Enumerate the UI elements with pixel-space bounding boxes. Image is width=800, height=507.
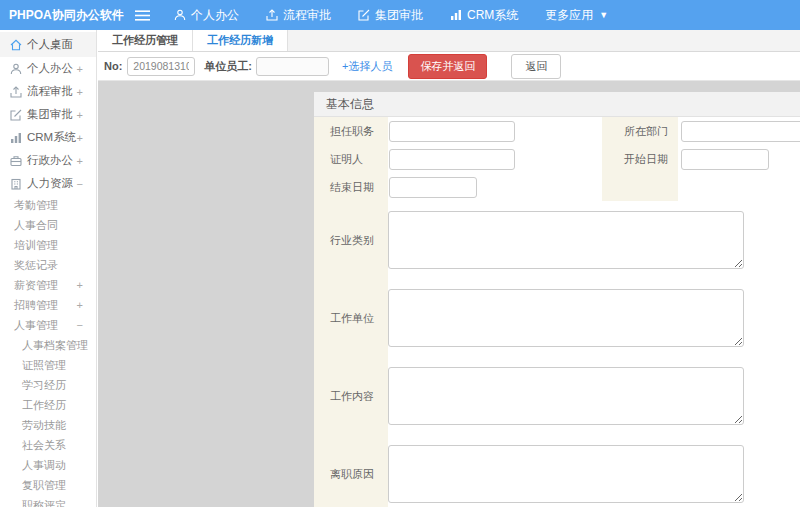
work-content-label: 工作内容 [314, 389, 388, 404]
expand-icon[interactable]: + [77, 132, 83, 144]
sidebar-item-label: 工作经历 [22, 398, 66, 413]
no-input[interactable] [127, 57, 195, 76]
home-icon [10, 39, 27, 51]
user-icon [10, 63, 27, 75]
form-panel: 基本信息 担任职务 所在部门 证明人 开始日期 结束日期 [314, 92, 800, 507]
app-logo[interactable]: PHPOA协同办公软件 [0, 7, 132, 24]
main-area: 工作经历管理 工作经历新增 No: 单位员工: +选择人员 保存并返回 返回 基… [98, 30, 800, 507]
work-content-textarea[interactable] [388, 367, 744, 425]
sidebar-item-attendance[interactable]: 考勤管理 [0, 195, 96, 215]
sidebar: 个人桌面 个人办公 + 流程审批 + 集团审批 + CRM系统 + 行政办公 + [0, 30, 97, 507]
expand-icon[interactable]: − [77, 319, 83, 331]
start-date-field[interactable] [681, 149, 769, 170]
save-and-return-button[interactable]: 保存并返回 [408, 54, 487, 79]
edit-icon [358, 9, 370, 21]
expand-icon[interactable]: + [77, 279, 83, 291]
employee-input[interactable] [256, 57, 329, 76]
expand-icon[interactable]: + [77, 86, 83, 98]
sidebar-item-label: 招聘管理 [14, 298, 58, 313]
sidebar-item-salary[interactable]: 薪资管理 + [0, 275, 96, 295]
sidebar-item-personnel-mgmt[interactable]: 人事管理 − [0, 315, 96, 335]
start-date-label: 开始日期 [602, 152, 678, 167]
expand-icon[interactable]: + [77, 155, 83, 167]
sidebar-item-label: 证照管理 [22, 358, 66, 373]
sidebar-item-label: 奖惩记录 [14, 258, 58, 273]
sidebar-item-group-approval[interactable]: 集团审批 + [0, 103, 96, 126]
expand-icon[interactable]: + [77, 109, 83, 121]
form-body: 担任职务 所在部门 证明人 开始日期 结束日期 [314, 117, 800, 507]
form-row: 工作单位 [314, 289, 800, 347]
no-label: No: [104, 60, 122, 72]
tab-work-history-new[interactable]: 工作经历新增 [193, 30, 288, 51]
sidebar-item-label: 人事档案管理 [22, 338, 88, 353]
expand-icon[interactable]: − [77, 178, 83, 190]
menu-toggle-icon[interactable] [132, 0, 152, 30]
nav-item-group-approval[interactable]: 集团审批 [358, 7, 423, 24]
nav-item-more-apps[interactable]: 更多应用 ▼ [545, 7, 608, 24]
flow-icon [266, 9, 278, 21]
end-date-field[interactable] [389, 177, 477, 198]
sidebar-item-certificate[interactable]: 证照管理 [0, 355, 96, 375]
edit-icon [10, 109, 27, 121]
user-icon [174, 9, 186, 21]
select-person-link[interactable]: +选择人员 [342, 59, 392, 74]
back-button[interactable]: 返回 [511, 54, 561, 79]
chart-icon [450, 9, 462, 21]
sidebar-item-label: 薪资管理 [14, 278, 58, 293]
sidebar-item-label: 人事调动 [22, 458, 66, 473]
leave-reason-label: 离职原因 [314, 467, 388, 482]
sidebar-item-work-history[interactable]: 工作经历 [0, 395, 96, 415]
sidebar-item-title-evaluation[interactable]: 职称评定 [0, 495, 96, 507]
sidebar-item-crm[interactable]: CRM系统 + [0, 126, 96, 149]
department-field[interactable] [681, 121, 800, 142]
sidebar-item-social-relation[interactable]: 社会关系 [0, 435, 96, 455]
sidebar-item-label: 学习经历 [22, 378, 66, 393]
form-row: 离职原因 [314, 445, 800, 503]
position-field[interactable] [389, 121, 515, 142]
sidebar-item-personal-desktop[interactable]: 个人桌面 [0, 32, 96, 57]
sidebar-item-label: 劳动技能 [22, 418, 66, 433]
expand-icon[interactable]: + [77, 299, 83, 311]
sidebar-item-labor-skill[interactable]: 劳动技能 [0, 415, 96, 435]
end-date-label: 结束日期 [314, 180, 388, 195]
nav-item-crm[interactable]: CRM系统 [450, 7, 518, 24]
chart-icon [10, 132, 27, 144]
sidebar-item-hr[interactable]: 人力资源 − [0, 172, 96, 195]
caret-down-icon: ▼ [599, 10, 608, 20]
sidebar-item-hr-contract[interactable]: 人事合同 [0, 215, 96, 235]
top-navbar: PHPOA协同办公软件 个人办公 流程审批 集团审批 CRM系统 更多应用 ▼ [0, 0, 800, 30]
expand-icon[interactable]: + [77, 63, 83, 75]
sidebar-item-label: 人事管理 [14, 318, 58, 333]
sidebar-item-reward-record[interactable]: 奖惩记录 [0, 255, 96, 275]
sidebar-item-personnel-archive[interactable]: 人事档案管理 [0, 335, 96, 355]
company-label: 工作单位 [314, 311, 388, 326]
content-area: 基本信息 担任职务 所在部门 证明人 开始日期 结束日期 [98, 81, 800, 507]
nav-item-label: 流程审批 [283, 7, 331, 24]
nav-item-label: 个人办公 [191, 7, 239, 24]
position-label: 担任职务 [314, 124, 388, 139]
sidebar-item-study-history[interactable]: 学习经历 [0, 375, 96, 395]
sidebar-item-label: 职称评定 [22, 498, 66, 507]
sidebar-item-label: 人事合同 [14, 218, 58, 233]
sidebar-item-training[interactable]: 培训管理 [0, 235, 96, 255]
sidebar-item-recruitment[interactable]: 招聘管理 + [0, 295, 96, 315]
sidebar-item-personnel-transfer[interactable]: 人事调动 [0, 455, 96, 475]
tab-work-history-manage[interactable]: 工作经历管理 [98, 30, 193, 51]
sidebar-item-label: 培训管理 [14, 238, 58, 253]
sidebar-item-admin-office[interactable]: 行政办公 + [0, 149, 96, 172]
nav-item-label: CRM系统 [467, 7, 518, 24]
toolbar: No: 单位员工: +选择人员 保存并返回 返回 [98, 52, 800, 81]
company-textarea[interactable] [388, 289, 744, 347]
sidebar-item-process-approval[interactable]: 流程审批 + [0, 80, 96, 103]
briefcase-icon [10, 155, 27, 167]
leave-reason-textarea[interactable] [388, 445, 744, 503]
department-label: 所在部门 [602, 124, 678, 139]
sidebar-item-label: 复职管理 [22, 478, 66, 493]
certifier-field[interactable] [389, 149, 515, 170]
sidebar-item-reinstatement[interactable]: 复职管理 [0, 475, 96, 495]
nav-item-personal-office[interactable]: 个人办公 [174, 7, 239, 24]
sidebar-item-personal-office[interactable]: 个人办公 + [0, 57, 96, 80]
sidebar-item-label: 个人桌面 [27, 37, 73, 52]
industry-textarea[interactable] [388, 211, 744, 269]
nav-item-process-approval[interactable]: 流程审批 [266, 7, 331, 24]
